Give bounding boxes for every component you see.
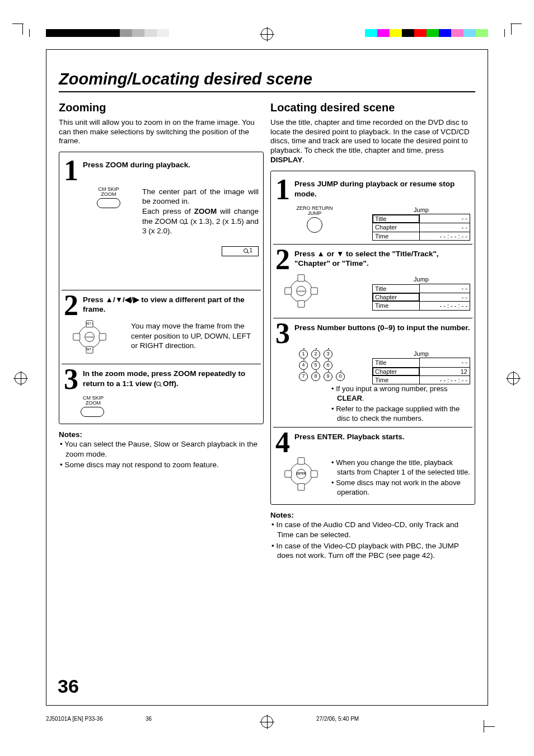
color-bar-right: [365, 29, 488, 37]
side-mark-right: [484, 720, 495, 732]
jump-osd-3: Jump Title- - Chapter12 Time- - : - - : …: [372, 350, 470, 384]
locate-heading: Locating desired scene: [270, 100, 475, 115]
jump-osd-1: Jump Title- - Chapter- - Time- - : - - :…: [372, 206, 470, 241]
locate-notes: In case of the Audio CD and Video-CD, on…: [270, 520, 475, 560]
page-title: Zooming/Locating desired scene: [59, 69, 475, 91]
zoom-step1-head: Press ZOOM during playback.: [83, 159, 190, 182]
locate-steps: 1 Press JUMP during playback or resume s…: [270, 171, 475, 505]
locate-step3-head: Press Number buttons (0–9) to input the …: [294, 322, 470, 345]
locate-step1-head: Press JUMP during playback or resume sto…: [294, 178, 470, 201]
color-bar-left: [46, 29, 169, 37]
zoom-heading: Zooming: [59, 100, 264, 115]
magnifier-icon: [180, 219, 184, 224]
zoom-button-icon: [97, 198, 120, 208]
zoom-step2-head: Press ▲/▼/◀/▶ to view a different part o…: [83, 294, 259, 317]
locate-notes-heading: Notes:: [270, 510, 475, 520]
side-reg-mark-left: [15, 372, 27, 384]
registration-mark-top: [261, 28, 273, 40]
footer-page: 36: [146, 715, 152, 722]
jump-button-icon: [307, 217, 322, 233]
zoom-column: Zooming This unit will allow you to zoom…: [59, 100, 264, 562]
dpad-icon-2: ENTER: [285, 275, 317, 307]
step-number-3: 3: [64, 368, 79, 391]
locate-step4-head: Press ENTER. Playback starts.: [294, 431, 405, 454]
zoom-step3-head: In the zoom mode, press ZOOM repeatedly …: [83, 368, 259, 391]
zoom-label: ZOOM: [81, 192, 137, 197]
locate-step3-notes: If you input a wrong number, press CLEAR…: [337, 384, 470, 424]
footer-date: 27/2/06, 5:40 PM: [316, 715, 359, 722]
page-number: 36: [58, 674, 79, 698]
zoom-step1-body1: The center part of the image will be zoo…: [142, 187, 259, 206]
zoom-steps: 1 Press ZOOM during playback. CM SKIP ZO…: [59, 152, 264, 424]
locate-step4-notes: When you change the title, playback star…: [337, 458, 470, 497]
page-content: Zooming/Locating desired scene Zooming T…: [46, 49, 488, 706]
dpad-icon: ENTER SET + SET -: [74, 321, 105, 353]
footer-doc-id: 2J50101A [EN] P33-36: [46, 715, 103, 722]
jump-osd-2: Jump Title- - Chapter- - Time- - : - - :…: [372, 275, 470, 310]
locate-intro: Use the title, chapter and time recorded…: [270, 118, 475, 165]
zoom-osd-indicator: 1: [222, 246, 259, 256]
locate-column: Locating desired scene Use the title, ch…: [270, 100, 475, 562]
zoom-intro: This unit will allow you to zoom in on t…: [59, 118, 264, 147]
zoom-step2-body: You may move the frame from the center p…: [131, 321, 259, 351]
registration-mark-bottom: [261, 716, 273, 728]
zoom-notes: You can select the Pause, Slow or Search…: [59, 439, 264, 470]
step-number-2: 2: [64, 294, 79, 317]
locate-step2-head: Press ▲ or ▼ to select the "Title/Track"…: [294, 248, 470, 271]
zoom-notes-heading: Notes:: [59, 430, 264, 440]
side-reg-mark: [507, 372, 519, 384]
zoom-button-icon-2: [81, 407, 104, 417]
number-pad-icon: 123 456: [299, 350, 346, 370]
step-number-1: 1: [64, 159, 79, 182]
dpad-enter-icon: ENTER: [285, 458, 317, 490]
